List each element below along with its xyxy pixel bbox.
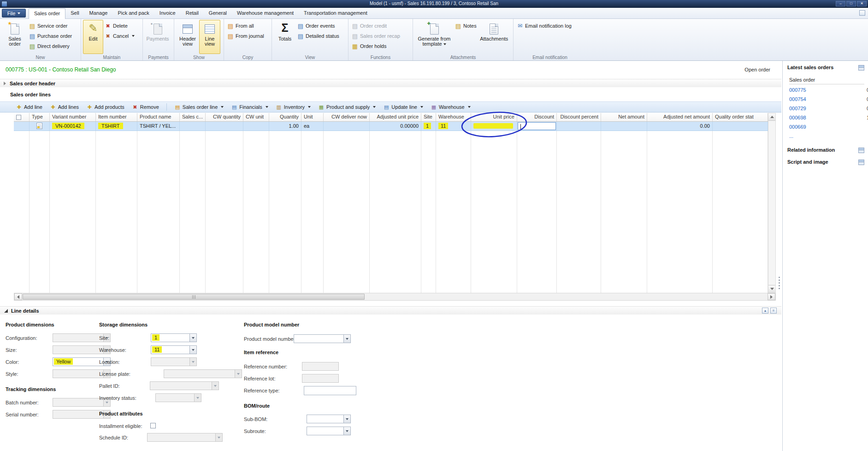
col-sales-category[interactable]: Sales c... — [180, 113, 206, 121]
col-site[interactable]: Site — [421, 113, 436, 121]
service-order-button[interactable]: Service order — [28, 22, 73, 30]
maximize-button[interactable]: □ — [846, 1, 856, 6]
more-link[interactable]: ... — [789, 133, 793, 139]
tab-invoice[interactable]: Invoice — [154, 8, 181, 19]
sales-order-link[interactable]: 000698 — [789, 115, 806, 120]
layout-icon[interactable] — [859, 10, 865, 16]
scroll-up-button[interactable] — [768, 113, 775, 121]
direct-delivery-button[interactable]: Direct delivery — [28, 42, 73, 50]
from-all-button[interactable]: From all — [226, 22, 266, 30]
row-quantity-cell[interactable]: 1.00 — [269, 122, 301, 131]
row-sales-category-cell[interactable] — [180, 122, 206, 131]
warehouse-menu[interactable]: Warehouse — [431, 104, 471, 110]
discount-edit-field[interactable] — [518, 122, 556, 130]
add-lines-button[interactable]: Add lines — [50, 104, 79, 110]
order-holds-button[interactable]: Order holds — [350, 42, 402, 50]
row-selector-cell[interactable] — [14, 122, 30, 131]
list-item[interactable]: 000698 1 — [787, 113, 868, 122]
tab-warehouse-management[interactable]: Warehouse management — [232, 8, 299, 19]
sales-order-header-band[interactable]: Sales order header — [0, 79, 781, 87]
latest-sales-orders-header[interactable]: Latest sales orders — [787, 65, 868, 74]
row-cw-quantity-cell[interactable] — [206, 122, 243, 131]
site-combo[interactable]: 1 — [151, 333, 197, 342]
line-view-button[interactable]: Line view — [199, 20, 220, 54]
edit-button[interactable]: Edit — [83, 20, 103, 54]
row-cw-unit-cell[interactable] — [243, 122, 269, 131]
row-cw-deliver-now-cell[interactable] — [324, 122, 370, 131]
tab-pick-and-pack[interactable]: Pick and pack — [112, 8, 154, 19]
col-unit-price[interactable]: Unit price — [471, 113, 517, 121]
update-line-menu[interactable]: Update line — [383, 104, 423, 110]
attachments-button[interactable]: Attachments — [478, 20, 510, 54]
tab-retail[interactable]: Retail — [181, 8, 204, 19]
script-and-image-header[interactable]: Script and image — [787, 159, 868, 168]
row-net-amount-cell[interactable] — [601, 122, 647, 131]
sub-bom-combo[interactable] — [307, 415, 351, 423]
panel-drag-handle[interactable] — [779, 277, 780, 289]
tab-general[interactable]: General — [204, 8, 232, 19]
list-item[interactable]: 000669 — [787, 122, 868, 131]
factbox-icon[interactable] — [858, 65, 864, 71]
reference-type-input[interactable] — [304, 386, 356, 395]
list-item[interactable]: 000729 0 — [787, 104, 868, 113]
row-variant-number-cell[interactable]: VN-000142 — [50, 122, 96, 131]
tab-sell[interactable]: Sell — [65, 8, 84, 19]
select-all-checkbox[interactable] — [16, 115, 21, 120]
expand-section-icon[interactable]: ▴ — [762, 308, 768, 314]
row-adjusted-unit-price-cell[interactable]: 0.00000 — [370, 122, 421, 131]
row-adjusted-net-amount-cell[interactable]: 0.00 — [647, 122, 713, 131]
sales-order-link[interactable]: 000669 — [789, 124, 806, 130]
inventory-menu[interactable]: Inventory — [276, 104, 311, 110]
tab-manage[interactable]: Manage — [84, 8, 113, 19]
col-warehouse[interactable]: Warehouse — [436, 113, 471, 121]
related-information-header[interactable]: Related information — [787, 147, 868, 156]
detailed-status-button[interactable]: Detailed status — [296, 32, 341, 40]
sales-order-link[interactable]: 000775 — [789, 87, 806, 93]
row-type-cell[interactable] — [30, 122, 50, 131]
from-journal-button[interactable]: From journal — [226, 32, 266, 40]
col-cw-quantity[interactable]: CW quantity — [206, 113, 243, 121]
row-discount-percent-cell[interactable] — [557, 122, 601, 131]
installment-eligible-checkbox[interactable] — [150, 423, 156, 428]
sales-order-link[interactable]: 000729 — [789, 106, 806, 111]
sales-order-button[interactable]: Sales order — [2, 20, 28, 54]
scroll-down-button[interactable] — [768, 285, 775, 292]
grid-vertical-scrollbar[interactable] — [768, 113, 776, 293]
col-adjusted-unit-price[interactable]: Adjusted unit price — [370, 113, 421, 121]
col-item-number[interactable]: Item number — [96, 113, 137, 121]
generate-from-template-button[interactable]: Generate from template — [415, 20, 454, 54]
col-cw-deliver-now[interactable]: CW deliver now — [324, 113, 370, 121]
close-button[interactable]: ✕ — [857, 1, 867, 6]
col-adjusted-net-amount[interactable]: Adjusted net amount — [647, 113, 713, 121]
list-item[interactable]: 000775 0 — [787, 85, 868, 95]
line-details-band[interactable]: Line details ▴ ≡ — [0, 306, 781, 315]
warehouse-combo[interactable]: 11 — [151, 345, 197, 354]
row-item-number-cell[interactable]: TSHIRT — [96, 122, 137, 131]
file-menu-button[interactable]: File — [2, 9, 26, 18]
row-warehouse-cell[interactable]: 11 — [436, 122, 471, 131]
sales-order-link[interactable]: 000754 — [789, 96, 806, 102]
remove-button[interactable]: Remove — [132, 104, 159, 110]
factbox-icon[interactable] — [858, 148, 864, 153]
col-net-amount[interactable]: Net amount — [601, 113, 647, 121]
col-type[interactable]: Type — [30, 113, 50, 121]
order-events-button[interactable]: Order events — [296, 22, 341, 30]
grid-horizontal-scrollbar[interactable] — [14, 293, 776, 301]
row-discount-cell[interactable] — [517, 122, 557, 131]
delete-button[interactable]: Delete — [103, 22, 136, 30]
scroll-left-button[interactable] — [14, 293, 22, 300]
notes-button[interactable]: Notes — [454, 22, 478, 30]
row-quality-order-status-cell[interactable] — [713, 122, 768, 131]
product-model-number-combo[interactable] — [294, 334, 351, 343]
add-line-button[interactable]: Add line — [16, 104, 42, 110]
more-row[interactable]: ... — [787, 131, 868, 141]
tab-transportation-management[interactable]: Transportation management — [299, 8, 372, 19]
product-and-supply-menu[interactable]: Product and supply — [318, 104, 376, 110]
list-item[interactable]: 000754 0 — [787, 95, 868, 104]
email-notification-log-button[interactable]: Email notification log — [515, 22, 573, 30]
tab-sales-order[interactable]: Sales order — [29, 8, 65, 19]
expand-right-icon[interactable] — [4, 82, 6, 85]
col-cw-unit[interactable]: CW unit — [243, 113, 269, 121]
col-quantity[interactable]: Quantity — [269, 113, 301, 121]
sales-order-line-menu[interactable]: Sales order line — [174, 104, 224, 110]
